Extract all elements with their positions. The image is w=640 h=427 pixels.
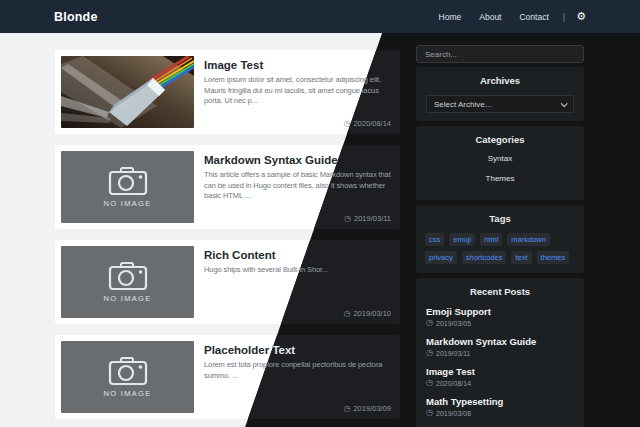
- archives-widget: Archives Select Archive...: [416, 67, 584, 121]
- recent-post-link[interactable]: Math Typesetting: [426, 396, 574, 407]
- category-link-themes[interactable]: Themes: [424, 174, 576, 183]
- post-title[interactable]: Image Test: [204, 59, 392, 71]
- post-date: ◷2019/03/11: [344, 214, 391, 223]
- recent-posts-widget: Recent Posts Emoji Support ◷2019/03/05 M…: [416, 278, 584, 427]
- search-input[interactable]: [416, 45, 584, 63]
- recent-posts-title: Recent Posts: [424, 286, 576, 297]
- camera-icon: [108, 356, 148, 386]
- tag-emoji[interactable]: emoji: [449, 233, 475, 246]
- tag-css[interactable]: css: [425, 233, 444, 246]
- post-thumbnail-no-image[interactable]: NO IMAGE: [61, 151, 194, 223]
- tag-markdown[interactable]: markdown: [507, 233, 550, 246]
- recent-post-item: Markdown Syntax Guide ◷2019/03/11: [426, 336, 574, 357]
- recent-post-item: Math Typesetting ◷2019/03/08: [426, 396, 574, 417]
- tags-widget: Tags css emoji html markdown privacy sho…: [416, 205, 584, 273]
- clock-icon: ◷: [426, 349, 433, 357]
- clock-icon: ◷: [426, 379, 433, 387]
- tag-text[interactable]: text: [511, 251, 531, 264]
- clock-icon: ◷: [343, 120, 350, 128]
- prism-photo-illustration: [61, 56, 194, 128]
- chevron-down-icon: [561, 100, 568, 107]
- no-image-label: NO IMAGE: [104, 389, 152, 398]
- nav-item-contact[interactable]: Contact: [519, 12, 548, 22]
- recent-post-item: Image Test ◷2020/08/14: [426, 366, 574, 387]
- post-thumbnail-prism-image[interactable]: [61, 56, 194, 128]
- category-link-syntax[interactable]: Syntax: [424, 154, 576, 163]
- site-logo[interactable]: Blonde: [54, 10, 98, 24]
- nav-item-home[interactable]: Home: [439, 12, 462, 22]
- camera-icon: [108, 166, 148, 196]
- archive-select-value: Select Archive...: [434, 100, 491, 109]
- tag-html[interactable]: html: [480, 233, 502, 246]
- post-date: ◷2019/03/09: [343, 404, 391, 413]
- clock-icon: ◷: [344, 215, 351, 223]
- clock-icon: ◷: [343, 310, 350, 318]
- clock-icon: ◷: [426, 319, 433, 327]
- recent-post-link[interactable]: Image Test: [426, 366, 574, 377]
- nav-divider: |: [563, 12, 565, 22]
- no-image-label: NO IMAGE: [104, 199, 152, 208]
- dual-theme-stage: Blonde Home About Contact | ⚙: [0, 0, 640, 427]
- main-nav: Home About Contact | ⚙: [421, 11, 586, 22]
- tag-themes[interactable]: themes: [537, 251, 570, 264]
- post-date: ◷2019/03/10: [343, 309, 391, 318]
- recent-post-date: ◷2019/03/05: [426, 319, 574, 327]
- recent-post-link[interactable]: Emoji Support: [426, 306, 574, 317]
- tags-title: Tags: [424, 213, 576, 224]
- camera-icon: [108, 261, 148, 291]
- categories-widget: Categories Syntax Themes: [416, 126, 584, 200]
- categories-title: Categories: [424, 134, 576, 145]
- recent-post-item: Emoji Support ◷2019/03/05: [426, 306, 574, 327]
- recent-post-date: ◷2020/08/14: [426, 379, 574, 387]
- archives-title: Archives: [424, 75, 576, 86]
- post-thumbnail-no-image[interactable]: NO IMAGE: [61, 341, 194, 413]
- recent-post-date: ◷2019/03/11: [426, 349, 574, 357]
- sidebar: Archives Select Archive... Categories Sy…: [416, 45, 584, 427]
- tag-privacy[interactable]: privacy: [425, 251, 457, 264]
- recent-post-date: ◷2019/03/08: [426, 409, 574, 417]
- recent-post-link[interactable]: Markdown Syntax Guide: [426, 336, 574, 347]
- settings-gear-icon[interactable]: ⚙: [576, 11, 586, 22]
- clock-icon: ◷: [426, 409, 433, 417]
- post-thumbnail-no-image[interactable]: NO IMAGE: [61, 246, 194, 318]
- clock-icon: ◷: [343, 405, 350, 413]
- nav-item-about[interactable]: About: [479, 12, 501, 22]
- tag-shortcodes[interactable]: shortcodes: [462, 251, 507, 264]
- archive-select[interactable]: Select Archive...: [426, 95, 574, 113]
- no-image-label: NO IMAGE: [104, 294, 152, 303]
- post-card[interactable]: Image Test Lorem ipsum dolor sit amet, c…: [55, 50, 400, 134]
